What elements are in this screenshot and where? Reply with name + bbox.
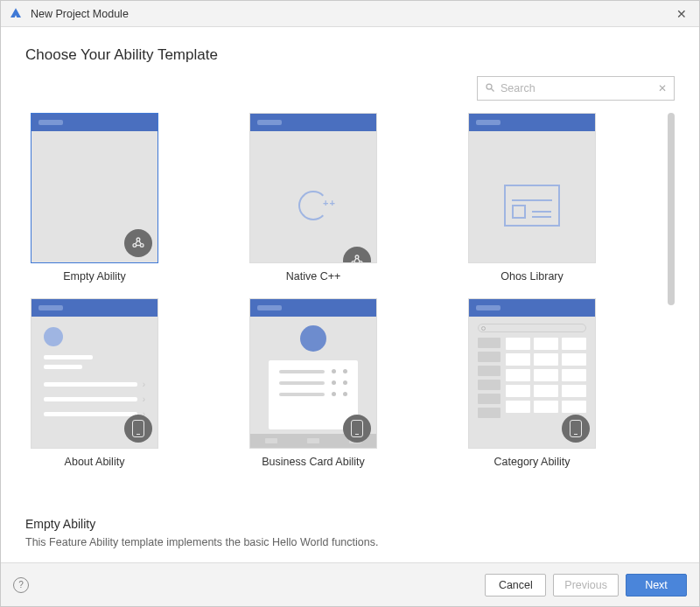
next-button[interactable]: Next: [626, 574, 687, 597]
template-preview-header: [32, 114, 158, 131]
template-preview-header: [250, 114, 376, 131]
template-card: [468, 298, 596, 449]
svg-line-5: [136, 241, 138, 244]
template-preview-body: ++: [250, 131, 376, 263]
vertical-scrollbar[interactable]: [668, 113, 675, 512]
phone-badge-icon: [124, 415, 152, 443]
description-text: This Feature Ability template implements…: [25, 536, 675, 548]
help-icon[interactable]: ?: [13, 577, 29, 593]
svg-point-3: [133, 244, 136, 248]
wizard-footer: ? Cancel Previous Next: [1, 562, 699, 606]
template-card: [249, 298, 377, 449]
wizard-body: Choose Your Ability Template ✕: [1, 27, 699, 562]
template-row: Empty Ability ++: [25, 113, 662, 283]
page-heading: Choose Your Ability Template: [25, 46, 675, 64]
template-empty-ability[interactable]: Empty Ability: [29, 113, 160, 283]
svg-line-6: [139, 241, 142, 244]
atoms-badge-icon: [124, 229, 152, 257]
wizard-window: New Project Module ✕ Choose Your Ability…: [0, 0, 700, 607]
template-preview-header: [32, 299, 158, 317]
svg-point-0: [486, 84, 492, 89]
template-label: Native C++: [286, 270, 341, 283]
phone-badge-icon: [343, 415, 371, 443]
template-card: [468, 113, 596, 263]
svg-point-4: [140, 244, 144, 248]
template-label: Empty Ability: [63, 270, 126, 283]
template-description: Empty Ability This Feature Ability templ…: [25, 517, 675, 548]
template-preview-body: › › ›: [32, 317, 158, 448]
template-preview-header: [250, 299, 376, 317]
template-preview-body: [469, 131, 595, 263]
description-title: Empty Ability: [25, 517, 675, 531]
cancel-button[interactable]: Cancel: [485, 574, 546, 597]
svg-line-12: [358, 259, 360, 262]
template-label: Ohos Library: [500, 270, 564, 283]
template-preview-header: [469, 114, 595, 131]
svg-line-1: [492, 88, 494, 91]
app-logo-icon: [8, 6, 24, 22]
template-card: ++: [249, 113, 377, 263]
template-label: Category Ability: [494, 456, 570, 468]
phone-badge-icon: [562, 415, 590, 443]
clear-search-icon[interactable]: ✕: [658, 82, 667, 94]
template-category-ability[interactable]: Category Ability: [466, 298, 598, 468]
svg-point-8: [355, 255, 359, 259]
search-box[interactable]: ✕: [477, 76, 675, 101]
svg-line-11: [354, 259, 357, 262]
scroll-thumb[interactable]: [668, 113, 675, 305]
window-title: New Project Module: [31, 8, 671, 20]
template-label: About Ability: [65, 456, 125, 468]
template-business-card-ability[interactable]: Business Card Ability: [248, 298, 379, 468]
template-about-ability[interactable]: › › › About Ability: [29, 298, 160, 468]
template-preview-header: [469, 299, 595, 317]
template-preview-body: [32, 131, 158, 262]
atoms-badge-icon: [343, 247, 371, 263]
template-card: [31, 113, 158, 263]
search-row: ✕: [25, 76, 675, 101]
template-card: › › ›: [31, 298, 158, 449]
template-label: Business Card Ability: [262, 456, 364, 468]
template-row: › › › About Ability: [25, 298, 662, 468]
previous-button[interactable]: Previous: [553, 574, 619, 597]
svg-point-2: [136, 238, 140, 241]
titlebar: New Project Module ✕: [1, 1, 699, 27]
close-icon[interactable]: ✕: [671, 7, 692, 21]
search-input[interactable]: [500, 82, 653, 94]
template-grid: Empty Ability ++: [25, 113, 662, 512]
template-native-cpp[interactable]: ++ Native C++: [248, 113, 379, 283]
template-preview-body: [250, 317, 376, 448]
template-grid-wrap: Empty Ability ++: [25, 113, 675, 512]
search-icon: [485, 82, 495, 95]
library-icon: [504, 185, 560, 227]
template-ohos-library[interactable]: Ohos Library: [466, 113, 598, 283]
template-preview-body: [469, 317, 595, 448]
cpp-plus-icon: ++: [323, 198, 336, 208]
